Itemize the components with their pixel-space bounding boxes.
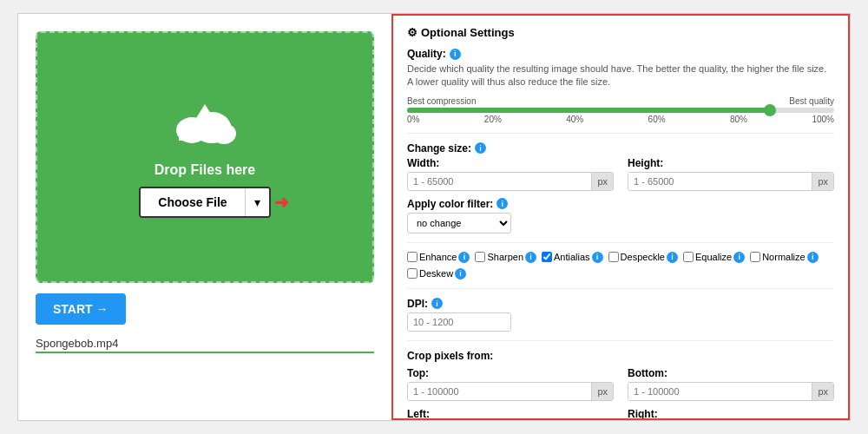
arrow-indicator-icon: ➜ (274, 192, 289, 213)
quality-slider-container: Best compression Best quality 0% 20% 40%… (407, 96, 834, 124)
sharpen-label: Sharpen (487, 252, 523, 262)
equalize-label: Equalize (695, 252, 732, 262)
normalize-label: Normalize (762, 252, 806, 262)
slider-thumb[interactable] (764, 104, 776, 116)
enhance-label: Enhance (419, 252, 457, 262)
despeckle-checkbox-item: Despeckle i (608, 252, 678, 263)
normalize-checkbox-item: Normalize i (750, 252, 819, 263)
crop-bottom-unit: px (812, 383, 833, 400)
color-filter-select[interactable]: no change grayscale sepia (407, 213, 511, 233)
height-field: Height: px (628, 157, 834, 191)
deskew-checkbox-item: Deskew i (407, 268, 466, 279)
color-filter-info-icon[interactable]: i (496, 198, 508, 209)
drop-zone[interactable]: Drop Files here Choose File ▾ ➜ (36, 31, 374, 283)
normalize-info-icon[interactable]: i (807, 252, 819, 263)
sharpen-info-icon[interactable]: i (525, 252, 536, 263)
start-button[interactable]: START → (36, 293, 126, 325)
crop-right-label: Right: (628, 408, 834, 420)
slider-fill (407, 108, 770, 113)
quality-description: Decide which quality the resulting image… (407, 62, 834, 89)
dpi-input-container: dpi (407, 312, 511, 332)
checkboxes-row: Enhance i Sharpen i Antialias i Despeckl… (407, 252, 834, 279)
antialias-checkbox-item: Antialias i (542, 252, 603, 263)
size-row: Width: px Height: px (407, 157, 834, 191)
sharpen-checkbox-item: Sharpen i (475, 252, 536, 263)
drop-text: Drop Files here (155, 162, 255, 178)
width-unit: px (591, 173, 613, 190)
crop-top-bottom-row: Top: px Bottom: px (407, 367, 834, 401)
upload-cloud-icon (170, 97, 240, 154)
choose-file-row: Choose File ▾ (139, 187, 270, 218)
crop-top-field: Top: px (407, 367, 614, 401)
dpi-row: dpi (407, 312, 834, 332)
antialias-label: Antialias (554, 252, 590, 262)
width-input[interactable] (408, 173, 591, 190)
change-size-section: Change size: i Width: px Height: px (407, 142, 834, 191)
width-label: Width: (407, 157, 614, 169)
crop-left-label: Left: (407, 408, 614, 420)
antialias-info-icon[interactable]: i (592, 252, 603, 263)
dpi-input[interactable] (408, 313, 511, 331)
crop-left-field: Left: px (407, 408, 614, 420)
dpi-section: DPI: i dpi (407, 298, 834, 332)
crop-top-input-container: px (407, 382, 614, 401)
color-filter-label: Apply color filter: i (407, 198, 834, 210)
left-panel: Drop Files here Choose File ▾ ➜ START → … (18, 14, 391, 420)
enhance-checkbox[interactable] (407, 252, 418, 262)
despeckle-info-icon[interactable]: i (667, 252, 678, 263)
crop-bottom-field: Bottom: px (628, 367, 834, 401)
enhance-info-icon[interactable]: i (458, 252, 470, 263)
crop-right-field: Right: px (628, 408, 834, 420)
choose-file-button[interactable]: Choose File (141, 188, 244, 216)
crop-top-label: Top: (407, 367, 614, 379)
section-title: ⚙ Optional Settings (407, 26, 834, 39)
width-input-container: px (407, 172, 614, 191)
despeckle-checkbox[interactable] (608, 252, 619, 262)
despeckle-label: Despeckle (621, 252, 665, 262)
crop-bottom-input[interactable] (628, 383, 812, 400)
change-size-label: Change size: i (407, 142, 834, 155)
quality-info-icon[interactable]: i (450, 49, 461, 60)
height-label: Height: (628, 157, 834, 169)
crop-title: Crop pixels from: (407, 350, 834, 362)
enhance-checkbox-item: Enhance i (407, 252, 470, 263)
antialias-checkbox[interactable] (542, 252, 552, 262)
right-panel: ⚙ Optional Settings Quality: i Decide wh… (391, 14, 850, 420)
width-field: Width: px (407, 157, 614, 191)
height-input[interactable] (628, 173, 812, 190)
quality-section: Quality: i Decide which quality the resu… (407, 48, 834, 124)
dpi-info-icon[interactable]: i (431, 298, 443, 309)
crop-top-input[interactable] (408, 383, 591, 400)
equalize-checkbox-item: Equalize i (683, 252, 745, 263)
equalize-checkbox[interactable] (683, 252, 694, 262)
dpi-label: DPI: i (407, 298, 834, 310)
deskew-checkbox[interactable] (407, 268, 418, 279)
gear-icon: ⚙ (407, 26, 418, 39)
crop-bottom-label: Bottom: (628, 367, 834, 379)
deskew-info-icon[interactable]: i (455, 268, 466, 279)
choose-file-dropdown[interactable]: ▾ (245, 188, 269, 216)
crop-top-unit: px (591, 383, 613, 400)
crop-bottom-input-container: px (628, 382, 834, 401)
sharpen-checkbox[interactable] (475, 252, 485, 262)
color-filter-section: Apply color filter: i no change grayscal… (407, 198, 834, 233)
slider-track[interactable] (407, 108, 834, 113)
height-unit: px (812, 173, 833, 190)
deskew-label: Deskew (419, 268, 453, 279)
quality-label: Quality: i (407, 48, 834, 60)
crop-section: Crop pixels from: Top: px Bottom: px (407, 350, 834, 420)
normalize-checkbox[interactable] (750, 252, 760, 262)
equalize-info-icon[interactable]: i (733, 252, 745, 263)
height-input-container: px (628, 172, 834, 191)
crop-left-right-row: Left: px Right: px (407, 408, 834, 420)
file-name: Spongebob.mp4 (36, 335, 374, 353)
change-size-info-icon[interactable]: i (475, 142, 486, 154)
